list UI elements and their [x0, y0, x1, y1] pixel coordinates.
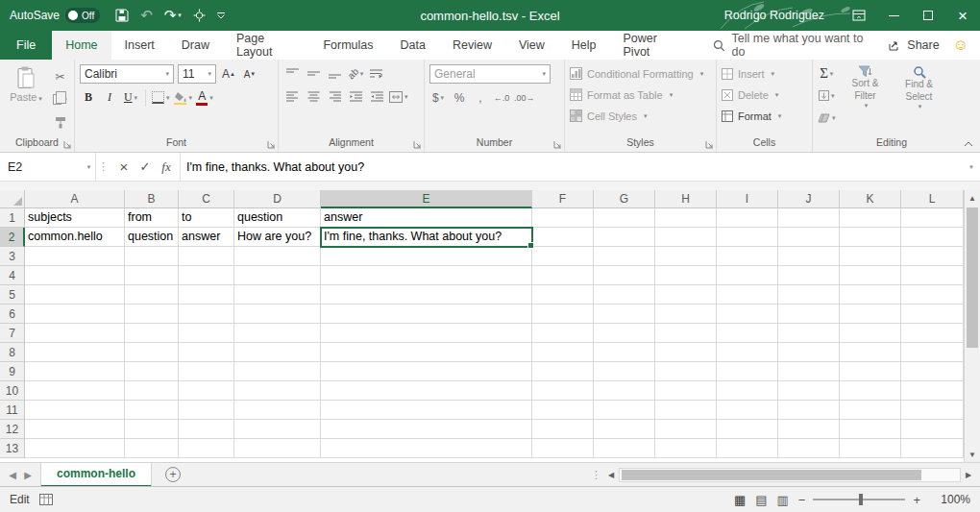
cell-E11[interactable] [321, 401, 532, 420]
cell-D11[interactable] [234, 401, 321, 420]
decrease-font-size-button[interactable]: A▼ [241, 65, 258, 84]
tab-page-layout[interactable]: Page Layout [223, 31, 309, 60]
cell-D3[interactable] [234, 247, 321, 266]
column-header-B[interactable]: B [125, 190, 179, 208]
cell-E13[interactable] [321, 439, 532, 458]
merge-center-button[interactable]: ▾ [389, 87, 408, 106]
row-header-8[interactable]: 8 [0, 343, 25, 362]
cell-A2[interactable]: common.hello [25, 228, 125, 247]
cell-G13[interactable] [594, 439, 655, 458]
column-header-J[interactable]: J [778, 190, 840, 208]
cell-D4[interactable] [234, 266, 321, 285]
column-header-A[interactable]: A [25, 190, 125, 208]
cell-E10[interactable] [321, 381, 532, 401]
macro-record-icon[interactable] [39, 494, 53, 505]
cell-I7[interactable] [717, 324, 778, 343]
cell-J12[interactable] [778, 420, 840, 439]
cell-F1[interactable] [532, 208, 594, 228]
save-icon[interactable] [115, 9, 129, 22]
close-button[interactable]: × [945, 0, 980, 31]
cell-B3[interactable] [125, 247, 179, 266]
vertical-scroll-thumb[interactable] [967, 207, 978, 348]
increase-font-size-button[interactable]: A▲ [220, 65, 237, 84]
cell-G9[interactable] [594, 362, 655, 381]
format-as-table-button[interactable]: Format as Table▾ [570, 85, 711, 104]
normal-view-icon[interactable]: ▦ [734, 493, 746, 507]
cell-B9[interactable] [125, 362, 179, 381]
wrap-text-button[interactable] [368, 64, 385, 83]
page-layout-view-icon[interactable]: ▤ [755, 493, 767, 507]
tab-insert[interactable]: Insert [111, 31, 168, 60]
cell-F6[interactable] [532, 305, 594, 324]
cell-K8[interactable] [840, 343, 901, 362]
cell-C3[interactable] [179, 247, 234, 266]
cell-I9[interactable] [717, 362, 778, 381]
cell-E8[interactable] [321, 343, 532, 362]
cell-A4[interactable] [25, 266, 125, 285]
cancel-entry-icon[interactable]: × [114, 157, 134, 178]
cell-L10[interactable] [901, 381, 964, 401]
row-header-4[interactable]: 4 [0, 266, 25, 285]
cell-H3[interactable] [655, 247, 717, 266]
cell-J7[interactable] [778, 324, 840, 343]
autosum-button[interactable]: Σ▾ [818, 64, 836, 83]
cell-L3[interactable] [901, 247, 964, 266]
decrease-decimal-button[interactable]: .00→ [514, 88, 535, 107]
zoom-slider-thumb[interactable] [859, 494, 863, 505]
cell-styles-button[interactable]: Cell Styles▾ [570, 107, 711, 125]
cell-H6[interactable] [655, 305, 717, 324]
cell-F9[interactable] [532, 362, 594, 381]
tab-file[interactable]: File [0, 31, 52, 60]
horizontal-scroll-thumb[interactable] [622, 470, 921, 480]
format-cells-button[interactable]: Format▾ [722, 107, 807, 125]
cell-A1[interactable]: subjects [25, 208, 125, 228]
feedback-smiley-icon[interactable]: ☺ [951, 31, 980, 60]
cell-F4[interactable] [532, 266, 594, 285]
cell-L13[interactable] [901, 439, 964, 458]
sheet-prev-icon[interactable]: ◀ [6, 470, 19, 480]
increase-indent-button[interactable] [368, 87, 385, 106]
cell-J10[interactable] [778, 381, 840, 401]
cell-C2[interactable]: answer [179, 228, 234, 247]
scroll-right-icon[interactable]: ▶ [961, 471, 976, 479]
row-header-11[interactable]: 11 [0, 401, 25, 420]
cell-A12[interactable] [25, 420, 125, 439]
row-header-9[interactable]: 9 [0, 362, 25, 381]
decrease-indent-button[interactable] [347, 87, 364, 106]
cell-D1[interactable]: question [234, 208, 321, 228]
cell-G10[interactable] [594, 381, 655, 401]
confirm-entry-icon[interactable]: ✓ [135, 157, 155, 178]
cell-D12[interactable] [234, 420, 321, 439]
cell-H7[interactable] [655, 324, 717, 343]
cell-K12[interactable] [840, 420, 901, 439]
column-header-H[interactable]: H [655, 190, 717, 208]
cell-D8[interactable] [234, 343, 321, 362]
comma-style-button[interactable]: , [472, 88, 489, 107]
number-dialog-launcher-icon[interactable] [553, 140, 562, 149]
row-header-12[interactable]: 12 [0, 420, 25, 439]
cell-A13[interactable] [25, 439, 125, 458]
cell-K11[interactable] [840, 401, 901, 420]
horizontal-scroll-track[interactable] [619, 468, 961, 482]
cell-I10[interactable] [717, 381, 778, 401]
cell-C4[interactable] [179, 266, 234, 285]
orientation-button[interactable]: ab▾ [347, 64, 364, 83]
cell-I13[interactable] [717, 439, 778, 458]
column-header-G[interactable]: G [594, 190, 655, 208]
expand-formula-bar-icon[interactable]: ▾ [961, 153, 980, 181]
cell-G5[interactable] [594, 285, 655, 305]
number-format-combo[interactable]: General▾ [429, 64, 551, 84]
cell-K13[interactable] [840, 439, 901, 458]
row-header-13[interactable]: 13 [0, 439, 25, 458]
cell-I8[interactable] [717, 343, 778, 362]
cell-B12[interactable] [125, 420, 179, 439]
row-header-10[interactable]: 10 [0, 381, 25, 401]
cell-E1[interactable]: answer [321, 208, 532, 228]
cell-I2[interactable] [717, 228, 778, 247]
cell-H9[interactable] [655, 362, 717, 381]
clear-button[interactable]: ▾ [818, 109, 836, 127]
tab-home[interactable]: Home [52, 31, 110, 60]
cell-K2[interactable] [840, 228, 901, 247]
row-header-5[interactable]: 5 [0, 285, 25, 305]
format-painter-button[interactable] [51, 113, 69, 132]
